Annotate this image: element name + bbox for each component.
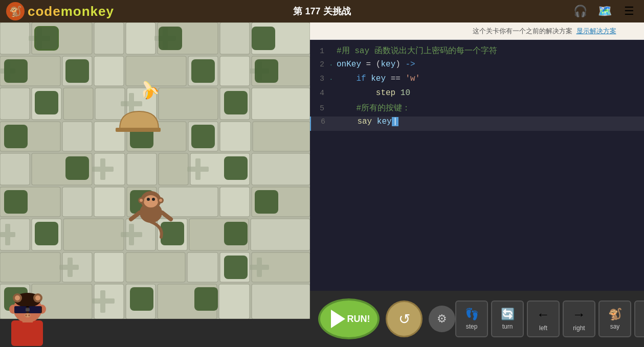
svg-rect-95 (191, 59, 215, 83)
reset-button[interactable]: ↺ (386, 300, 423, 337)
line-dot-2: · (329, 62, 337, 68)
svg-point-143 (25, 314, 27, 316)
code-blocks-toolbar: 👣 step 🔄 turn ← left → right (455, 300, 644, 337)
svg-point-121 (152, 198, 155, 201)
svg-rect-17 (63, 88, 93, 120)
svg-rect-38 (62, 187, 92, 217)
svg-rect-116 (116, 128, 161, 132)
svg-rect-54 (126, 252, 185, 282)
svg-point-135 (15, 295, 20, 300)
code-text-4: step 10 (337, 88, 410, 98)
svg-rect-140 (29, 306, 41, 313)
block-step[interactable]: 👣 step (455, 300, 488, 337)
avatar (0, 291, 61, 347)
code-line-6[interactable]: 6 say key| (310, 117, 644, 131)
svg-rect-103 (224, 156, 248, 180)
svg-rect-76 (92, 167, 114, 172)
notification-text: 这个关卡你有一个之前的解决方案 (473, 27, 572, 36)
settings-button[interactable]: ⚙ (429, 306, 455, 332)
page-title: 第 177 关挑战 (293, 5, 350, 17)
turn-icon: 🔄 (501, 308, 515, 321)
run-button[interactable]: RUN! (318, 298, 380, 339)
svg-rect-15 (0, 88, 30, 120)
svg-rect-53 (94, 252, 124, 282)
svg-rect-36 (252, 153, 310, 185)
block-step-label: step (466, 323, 478, 330)
audio-icon[interactable]: 🎧 (571, 3, 589, 20)
svg-rect-86 (250, 265, 269, 270)
avatar-area (0, 291, 61, 347)
block-right[interactable]: → right (563, 300, 595, 337)
code-editor[interactable]: 1 #用 say 函数说出大门上密码的每一个字符 2 · onKey = (ke… (310, 40, 644, 291)
right-icon: → (572, 307, 586, 322)
game-background: 🍌 (0, 22, 310, 319)
svg-rect-93 (4, 59, 28, 83)
code-line-1: 1 #用 say 函数说出大门上密码的每一个字符 (310, 45, 644, 59)
logo-code: code (28, 4, 61, 19)
svg-rect-24 (62, 122, 92, 151)
svg-point-120 (147, 198, 150, 201)
code-line-2: 2 · onKey = (key) -> (310, 59, 644, 74)
svg-rect-104 (4, 190, 28, 214)
svg-rect-89 (35, 27, 58, 50)
play-icon (331, 310, 345, 328)
svg-rect-4 (126, 22, 156, 54)
run-label: RUN! (347, 314, 370, 325)
svg-rect-141 (26, 308, 30, 311)
svg-rect-18 (95, 88, 125, 120)
svg-rect-63 (219, 284, 250, 319)
svg-rect-6 (220, 22, 250, 54)
svg-rect-46 (63, 219, 124, 250)
svg-rect-74 (121, 101, 142, 106)
svg-rect-112 (130, 287, 153, 311)
svg-rect-28 (220, 122, 251, 151)
menu-icon[interactable]: ☰ (620, 3, 638, 20)
line-num-6: 6 (311, 118, 330, 126)
show-solution-link[interactable]: 显示解决方案 (576, 27, 616, 36)
svg-point-123 (140, 199, 143, 202)
logo-monkey: monkey (61, 4, 114, 19)
code-text-3: if key == 'w' (337, 74, 420, 83)
svg-point-144 (28, 314, 30, 316)
svg-rect-34 (159, 153, 188, 185)
logo-icon: 🐒 (6, 2, 25, 20)
svg-rect-50 (251, 219, 310, 250)
block-if[interactable]: ? if (634, 300, 644, 337)
svg-rect-42 (220, 187, 250, 217)
block-turn[interactable]: 🔄 turn (491, 300, 524, 337)
svg-point-125 (159, 199, 162, 202)
block-right-label: right (573, 325, 585, 332)
code-line-4: 4 step 10 (310, 88, 644, 102)
code-content: 1 #用 say 函数说出大门上密码的每一个字符 2 · onKey = (ke… (310, 40, 644, 291)
svg-rect-92 (252, 27, 275, 50)
svg-rect-110 (224, 256, 248, 279)
block-say[interactable]: 🐒 say (598, 300, 631, 337)
svg-rect-128 (11, 320, 43, 346)
svg-rect-20 (159, 88, 218, 120)
svg-rect-139 (14, 306, 27, 313)
line-num-1: 1 (310, 47, 329, 56)
code-line-5: 5 #所有的按键： (310, 102, 644, 117)
svg-rect-88 (92, 298, 115, 304)
block-left[interactable]: ← left (527, 300, 560, 337)
svg-rect-1 (0, 22, 30, 54)
code-text-5: #所有的按键： (337, 103, 410, 113)
settings-icon: ⚙ (437, 312, 447, 326)
svg-rect-99 (4, 125, 28, 148)
svg-rect-22 (252, 88, 310, 120)
svg-rect-33 (127, 153, 157, 185)
line-num-2: 2 (310, 60, 329, 69)
right-panel: 这个关卡你有一个之前的解决方案 显示解决方案 × 1 #用 say 函数说出大门… (310, 22, 644, 347)
line-num-4: 4 (310, 89, 329, 98)
svg-rect-101 (191, 125, 215, 148)
game-canvas: 🍌 (0, 22, 310, 319)
navbar-icons: 🎧 🗺️ ☰ (571, 3, 638, 20)
map-icon[interactable]: 🗺️ (596, 3, 613, 20)
svg-rect-97 (35, 91, 58, 114)
code-text-6: say key| (338, 117, 398, 126)
svg-rect-109 (224, 222, 248, 245)
svg-rect-41 (159, 187, 218, 217)
navbar: 🐒 codemonkey 第 177 关挑战 🎧 🗺️ ☰ (0, 0, 644, 22)
svg-rect-82 (121, 232, 142, 237)
code-line-3: 3 · if key == 'w' (310, 74, 644, 88)
